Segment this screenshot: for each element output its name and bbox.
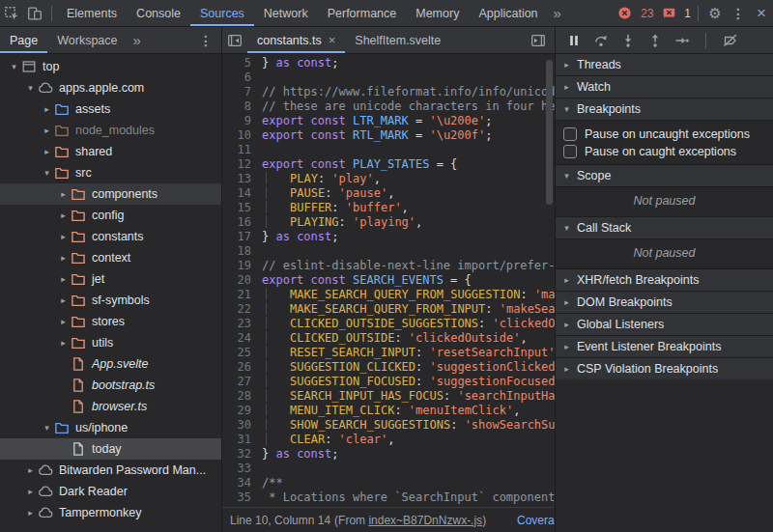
sidebar-tab-page[interactable]: Page (0, 27, 47, 53)
tree-item-apps-apple-com[interactable]: ▾apps.apple.com (0, 77, 221, 98)
line-number[interactable]: 35 (222, 490, 262, 505)
line-number[interactable]: 20 (222, 273, 262, 288)
tree-item-constants[interactable]: ▸constants (0, 226, 221, 247)
chevron-down-icon[interactable]: ▾ (41, 168, 53, 178)
tree-item-top[interactable]: ▾top (0, 56, 221, 77)
line-number[interactable]: 14 (222, 186, 262, 201)
chevron-right-icon[interactable]: ▸ (41, 126, 53, 135)
tree-item-today[interactable]: today (0, 438, 221, 460)
tab-memory[interactable]: Memory (406, 0, 469, 26)
line-number[interactable]: 25 (222, 346, 262, 360)
show-debugger-panel-icon[interactable] (526, 33, 551, 48)
editor-scrollbar[interactable] (546, 60, 553, 205)
more-panels-icon[interactable]: » (548, 5, 567, 21)
chevron-down-icon[interactable]: ▾ (41, 423, 53, 433)
tree-item-bootstrap-ts[interactable]: bootstrap.ts (0, 375, 221, 396)
line-number[interactable]: 16 (222, 215, 262, 230)
tree-item-node-modules[interactable]: ▸node_modules (0, 120, 221, 141)
close-tab-icon[interactable]: × (329, 33, 336, 47)
chevron-right-icon[interactable]: ▸ (41, 147, 53, 156)
tree-item-bitwarden-password-man[interactable]: ▸Bitwarden Password Man... (0, 460, 221, 481)
line-number[interactable]: 18 (222, 244, 262, 259)
line-number[interactable]: 11 (222, 143, 262, 157)
line-number[interactable]: 23 (222, 317, 262, 331)
step-icon[interactable] (673, 32, 690, 48)
chevron-down-icon[interactable]: ▾ (24, 83, 37, 93)
section-header-scope[interactable]: ▾Scope (556, 164, 773, 186)
tree-item-dark-reader[interactable]: ▸Dark Reader (0, 481, 221, 502)
step-over-icon[interactable] (592, 32, 609, 48)
tab-performance[interactable]: Performance (318, 0, 407, 26)
tree-item-utils[interactable]: ▸utils (0, 332, 221, 353)
section-header-csp-violation-breakpoints[interactable]: ▸CSP Violation Breakpoints (556, 357, 773, 379)
line-number[interactable]: 8 (222, 99, 262, 114)
section-header-watch[interactable]: ▸Watch (556, 75, 773, 98)
chevron-right-icon[interactable]: ▸ (57, 210, 70, 220)
tree-item-shared[interactable]: ▸shared (0, 141, 221, 162)
line-number[interactable]: 31 (222, 433, 262, 447)
more-options-icon[interactable]: ⋮ (727, 6, 750, 21)
chevron-right-icon[interactable]: ▸ (57, 338, 70, 348)
pause-on-uncaught-exceptions-checkbox[interactable] (563, 127, 577, 141)
chevron-right-icon[interactable]: ▸ (57, 295, 70, 305)
chevron-right-icon[interactable]: ▸ (57, 274, 70, 284)
line-number[interactable]: 26 (222, 360, 262, 375)
tree-item-components[interactable]: ▸components (0, 183, 221, 205)
tab-application[interactable]: Application (469, 0, 547, 26)
tree-item-assets[interactable]: ▸assets (0, 98, 221, 120)
sidebar-more-tabs-icon[interactable]: » (128, 32, 147, 48)
line-number[interactable]: 15 (222, 201, 262, 215)
tab-console[interactable]: Console (127, 0, 190, 26)
chevron-right-icon[interactable]: ▸ (57, 232, 70, 241)
chevron-right-icon[interactable]: ▸ (57, 253, 70, 263)
line-number[interactable]: 12 (222, 157, 262, 172)
tree-item-config[interactable]: ▸config (0, 205, 221, 226)
chevron-right-icon[interactable]: ▸ (41, 104, 53, 114)
settings-gear-icon[interactable]: ⚙ (703, 5, 727, 22)
tree-item-src[interactable]: ▾src (0, 162, 221, 183)
line-number[interactable]: 34 (222, 476, 262, 490)
checkbox-row-pause-on-uncaught-exceptions[interactable]: Pause on uncaught exceptions (556, 126, 773, 143)
step-out-icon[interactable] (646, 32, 663, 48)
line-number[interactable]: 27 (222, 375, 262, 389)
hide-navigator-icon[interactable] (222, 33, 247, 48)
navigator-menu-icon[interactable]: ⋮ (194, 33, 217, 48)
close-devtools-icon[interactable]: × (750, 4, 773, 23)
tab-elements[interactable]: Elements (57, 0, 127, 26)
chevron-right-icon[interactable]: ▸ (24, 487, 37, 496)
line-number[interactable]: 30 (222, 418, 262, 433)
tree-item-context[interactable]: ▸context (0, 247, 221, 268)
pause-icon[interactable] (565, 32, 582, 48)
checkbox-row-pause-on-caught-exceptions[interactable]: Pause on caught exceptions (556, 143, 773, 160)
tree-item-stores[interactable]: ▸stores (0, 311, 221, 332)
line-number[interactable]: 32 (222, 447, 262, 462)
sidebar-tab-workspace[interactable]: Workspace (47, 27, 127, 53)
tree-item-browser-ts[interactable]: browser.ts (0, 396, 221, 417)
line-number[interactable]: 22 (222, 302, 262, 317)
chevron-right-icon[interactable]: ▸ (24, 465, 37, 475)
error-badge-icon[interactable] (614, 5, 637, 22)
tab-sources[interactable]: Sources (190, 0, 254, 26)
device-toolbar-icon[interactable] (23, 5, 46, 22)
line-number[interactable]: 29 (222, 404, 262, 418)
deactivate-breakpoints-icon[interactable] (722, 32, 738, 48)
tree-item-us-iphone[interactable]: ▾us/iphone (0, 417, 221, 438)
tree-item-jet[interactable]: ▸jet (0, 268, 221, 290)
tree-item-app-svelte[interactable]: App.svelte (0, 353, 221, 375)
line-number[interactable]: 28 (222, 389, 262, 404)
line-number[interactable]: 5 (222, 56, 262, 70)
issue-count[interactable]: 1 (684, 7, 691, 20)
code-editor[interactable]: 5} as const;67// https://www.fileformat.… (222, 54, 555, 507)
editor-tab-constants-ts[interactable]: constants.ts× (247, 27, 345, 53)
section-header-event-listener-breakpoints[interactable]: ▸Event Listener Breakpoints (556, 335, 773, 357)
inspect-element-icon[interactable] (0, 5, 23, 22)
tree-item-tampermonkey[interactable]: ▸Tampermonkey (0, 502, 221, 523)
section-header-global-listeners[interactable]: ▸Global Listeners (556, 313, 773, 335)
editor-tab-shelfitem-svelte[interactable]: ShelfItem.svelte (345, 27, 450, 53)
coverage-link[interactable]: Coverage (517, 514, 555, 527)
pause-on-caught-exceptions-checkbox[interactable] (563, 145, 577, 158)
line-number[interactable]: 17 (222, 230, 262, 244)
section-header-dom-breakpoints[interactable]: ▸DOM Breakpoints (556, 291, 773, 313)
line-number[interactable]: 19 (222, 259, 262, 273)
chevron-right-icon[interactable]: ▸ (57, 189, 70, 199)
